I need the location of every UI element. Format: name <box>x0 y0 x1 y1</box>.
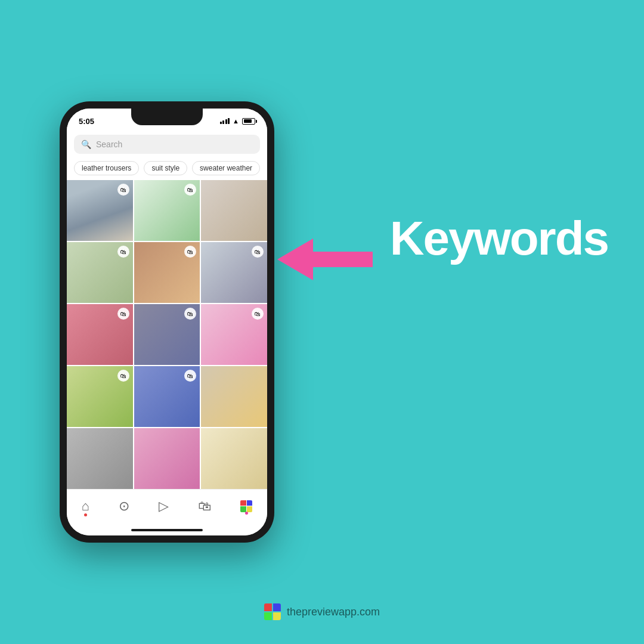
shop-badge-4: 🛍 <box>117 246 129 258</box>
wifi-icon: ▲ <box>233 117 239 125</box>
shop-badge-9: 🛍 <box>252 308 264 320</box>
page-container: 5:05 ▲ 🔍 <box>0 0 644 644</box>
signal-icon <box>220 118 230 124</box>
grid-cell-5[interactable]: 🛍 <box>134 242 200 303</box>
home-icon: ⌂ <box>82 499 89 514</box>
grid-cell-3[interactable] <box>201 180 267 241</box>
keyword-chip-1[interactable]: suit style <box>144 161 187 175</box>
keywords-label: Keywords <box>390 212 608 265</box>
phone-screen: 5:05 ▲ 🔍 <box>67 109 267 535</box>
nav-search-icon: ⊙ <box>119 499 129 514</box>
nav-home[interactable]: ⌂ <box>82 499 89 514</box>
arrow-container <box>277 239 373 283</box>
grid-cell-15[interactable] <box>201 428 267 489</box>
keyword-chip-2[interactable]: sweater weather <box>192 161 260 175</box>
footer: thepreviewapp.com <box>264 603 380 620</box>
grid-cell-1[interactable]: 🛍 <box>67 180 133 241</box>
nav-search[interactable]: ⊙ <box>119 499 129 514</box>
status-icons: ▲ <box>220 117 255 125</box>
grid-cell-2[interactable]: 🛍 <box>134 180 200 241</box>
grid-cell-7[interactable]: 🛍 <box>67 304 133 365</box>
grid-cell-12[interactable] <box>201 366 267 427</box>
profile-dot <box>245 512 248 515</box>
shop-icon: 🛍 <box>198 499 211 514</box>
reels-icon: ▷ <box>159 499 169 514</box>
pink-arrow-svg <box>277 239 373 280</box>
search-area: 🔍 Search <box>67 130 267 157</box>
grid-cell-13[interactable] <box>67 428 133 489</box>
search-placeholder-text: Search <box>96 140 122 149</box>
shop-badge-10: 🛍 <box>117 370 129 382</box>
phone-notch <box>131 109 203 125</box>
shop-badge-1: 🛍 <box>117 184 129 196</box>
footer-text: thepreviewapp.com <box>287 606 380 618</box>
grid-cell-14[interactable] <box>134 428 200 489</box>
search-bar[interactable]: 🔍 Search <box>74 135 260 154</box>
keywords-row: leather trousers suit style sweater weat… <box>67 157 267 180</box>
svg-marker-0 <box>277 239 373 280</box>
nav-reels[interactable]: ▷ <box>159 499 169 514</box>
nav-profile[interactable] <box>240 500 252 512</box>
grid-cell-4[interactable]: 🛍 <box>67 242 133 303</box>
home-indicator <box>67 525 267 535</box>
shop-badge-6: 🛍 <box>252 246 264 258</box>
image-grid: 🛍 🛍 🛍 🛍 🛍 <box>67 180 267 489</box>
grid-cell-6[interactable]: 🛍 <box>201 242 267 303</box>
keywords-label-container: Keywords <box>390 211 608 266</box>
search-icon: 🔍 <box>81 140 91 149</box>
battery-icon <box>242 118 255 125</box>
status-time: 5:05 <box>79 117 94 126</box>
keyword-chip-0[interactable]: leather trousers <box>74 161 139 175</box>
nav-shop[interactable]: 🛍 <box>198 499 211 514</box>
preview-logo <box>264 603 281 620</box>
grid-cell-11[interactable]: 🛍 <box>134 366 200 427</box>
grid-cell-8[interactable]: 🛍 <box>134 304 200 365</box>
grid-cell-10[interactable]: 🛍 <box>67 366 133 427</box>
grid-cell-9[interactable]: 🛍 <box>201 304 267 365</box>
phone-mockup: 5:05 ▲ 🔍 <box>60 101 274 543</box>
shop-badge-7: 🛍 <box>117 308 129 320</box>
bottom-nav: ⌂ ⊙ ▷ 🛍 <box>67 489 267 525</box>
home-dot <box>84 513 87 516</box>
